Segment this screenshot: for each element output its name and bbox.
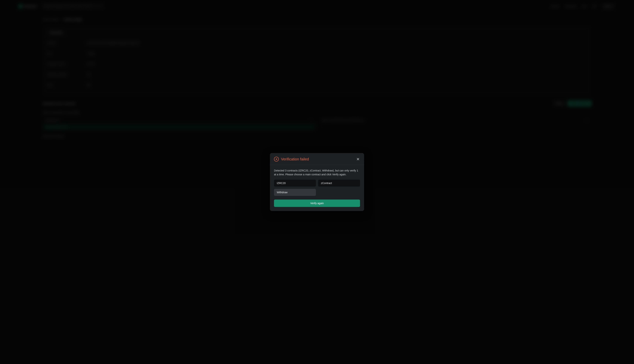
modal-title: Verification failed xyxy=(281,157,309,161)
contract-choice-withdraw[interactable]: Withdraw xyxy=(274,189,316,196)
error-circle-icon: ✕ xyxy=(274,157,279,162)
modal-overlay: ✕ Verification failed Detected 3 contrac… xyxy=(0,0,634,364)
contract-choice-zcontract[interactable]: zContract xyxy=(318,180,360,186)
verify-again-button[interactable]: Verify again xyxy=(274,200,360,207)
contract-choice-izrc20[interactable]: IZRC20 xyxy=(274,180,316,186)
verification-failed-modal: ✕ Verification failed Detected 3 contrac… xyxy=(270,153,364,211)
close-icon[interactable] xyxy=(356,157,360,161)
modal-message: Detected 3 contracts (IZRC20, zContract,… xyxy=(274,169,360,176)
